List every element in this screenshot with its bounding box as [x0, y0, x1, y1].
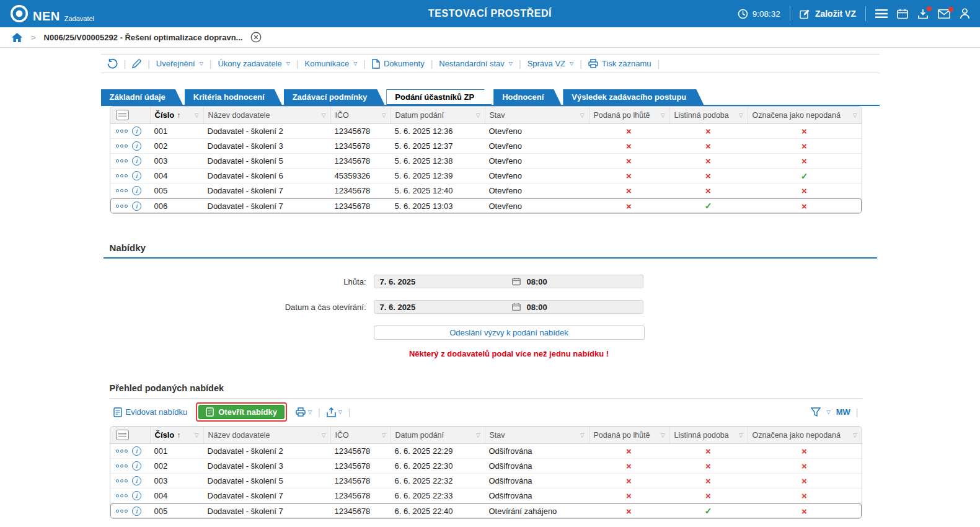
- tab-hodnoceni[interactable]: Hodnocení: [493, 89, 561, 105]
- filter-caret-icon[interactable]: ▽: [382, 112, 386, 118]
- column-header-8[interactable]: Označena jako nepodaná▽: [748, 427, 862, 443]
- column-header-7[interactable]: Listinná podoba▽: [669, 427, 748, 443]
- filter-caret-icon[interactable]: ▽: [476, 432, 480, 438]
- filter-caret-icon[interactable]: ▽: [661, 432, 665, 438]
- filter-icon[interactable]: [811, 407, 821, 417]
- table-row[interactable]: i002Dodavatel - školení 3123456786. 6. 2…: [110, 459, 862, 474]
- column-settings-icon[interactable]: [116, 430, 129, 440]
- row-menu-icon[interactable]: [116, 174, 128, 177]
- column-header-5[interactable]: Stav▽: [485, 107, 589, 123]
- toolbar-item-dokumenty[interactable]: Dokumenty: [372, 59, 425, 69]
- opening-time-value[interactable]: 08:00: [521, 303, 547, 312]
- column-header-4[interactable]: Datum podání▽: [391, 427, 485, 443]
- filter-caret-icon[interactable]: ▽: [580, 112, 585, 118]
- info-icon[interactable]: i: [132, 126, 141, 136]
- toolbar-item-uverejneni[interactable]: Uveřejnění▽: [156, 59, 203, 68]
- filter-caret-icon[interactable]: ▽: [476, 112, 480, 118]
- download-icon[interactable]: [917, 9, 929, 19]
- mail-icon[interactable]: [938, 9, 950, 19]
- filter-caret-icon[interactable]: ▽: [739, 112, 743, 118]
- opening-field[interactable]: 7. 6. 2025 08:00: [374, 300, 643, 314]
- info-icon[interactable]: i: [132, 476, 141, 485]
- table-row[interactable]: i003Dodavatel - školení 5123456786. 6. 2…: [110, 474, 862, 489]
- column-header-7[interactable]: Listinná podoba▽: [669, 107, 748, 123]
- print-table-icon[interactable]: ▽: [296, 407, 312, 417]
- row-menu-icon[interactable]: [116, 494, 128, 497]
- filter-caret-icon[interactable]: ▽: [853, 432, 857, 438]
- column-header-2[interactable]: Název dodavatele▽: [203, 107, 330, 123]
- column-header-4[interactable]: Datum podání▽: [391, 107, 485, 123]
- filter-caret-icon[interactable]: ▽: [739, 432, 743, 438]
- column-header-8[interactable]: Označena jako nepodaná▽: [748, 107, 862, 123]
- register-offer-link[interactable]: Evidovat nabídku: [113, 407, 188, 417]
- close-record-icon[interactable]: [250, 32, 262, 43]
- filter-caret-icon[interactable]: ▽: [580, 432, 585, 438]
- column-header-6[interactable]: Podaná po lhůtě▽: [589, 427, 669, 443]
- info-icon[interactable]: i: [132, 461, 141, 471]
- table-row[interactable]: i003Dodavatel - školení 5123456785. 6. 2…: [110, 154, 862, 169]
- caret-down-icon[interactable]: ▽: [827, 409, 831, 415]
- row-menu-icon[interactable]: [116, 450, 128, 453]
- filter-caret-icon[interactable]: ▽: [195, 432, 199, 438]
- column-header-2[interactable]: Název dodavatele▽: [203, 427, 330, 443]
- row-menu-icon[interactable]: [116, 510, 128, 513]
- send-invitation-button[interactable]: Odeslání výzvy k podání nabídek: [374, 326, 645, 340]
- table-row[interactable]: i001Dodavatel - školení 2123456785. 6. 2…: [110, 124, 862, 139]
- toolbar-item-tisk-zaznamu[interactable]: Tisk záznamu: [588, 59, 651, 68]
- column-header-3[interactable]: IČO▽: [330, 107, 391, 123]
- info-icon[interactable]: i: [132, 156, 141, 166]
- table-row[interactable]: i002Dodavatel - školení 3123456785. 6. 2…: [110, 139, 862, 154]
- deadline-date-value[interactable]: 7. 6. 2025: [374, 277, 512, 286]
- filter-caret-icon[interactable]: ▽: [661, 112, 665, 118]
- deadline-field[interactable]: 7. 6. 2025 08:00: [374, 275, 643, 288]
- opening-date-value[interactable]: 7. 6. 2025: [374, 303, 512, 312]
- table-row[interactable]: i004Dodavatel - školení 7123456786. 6. 2…: [110, 489, 862, 503]
- info-icon[interactable]: i: [132, 446, 141, 456]
- row-menu-icon[interactable]: [116, 189, 128, 192]
- mw-toggle[interactable]: MW: [836, 407, 850, 417]
- column-header-6[interactable]: Podaná po lhůtě▽: [589, 107, 669, 123]
- row-menu-icon[interactable]: [116, 205, 128, 208]
- calendar-icon[interactable]: [897, 9, 908, 19]
- edit-icon[interactable]: [132, 59, 141, 68]
- tab-zakladni-udaje[interactable]: Základní údaje: [101, 89, 183, 105]
- filter-caret-icon[interactable]: ▽: [195, 112, 199, 118]
- row-menu-icon[interactable]: [116, 144, 128, 148]
- info-icon[interactable]: i: [132, 202, 141, 211]
- row-menu-icon[interactable]: [116, 464, 128, 467]
- filter-caret-icon[interactable]: ▽: [853, 112, 857, 118]
- filter-caret-icon[interactable]: ▽: [322, 112, 326, 118]
- deadline-time-value[interactable]: 08:00: [521, 277, 547, 286]
- info-icon[interactable]: i: [132, 186, 141, 195]
- info-icon[interactable]: i: [132, 491, 141, 500]
- history-icon[interactable]: [107, 58, 118, 69]
- table-row[interactable]: i005Dodavatel - školení 7123456785. 6. 2…: [110, 184, 862, 198]
- calendar-icon[interactable]: [512, 277, 521, 286]
- table-row[interactable]: i006Dodavatel - školení 7123456785. 6. 2…: [110, 198, 862, 213]
- nen-logo[interactable]: NEN Zadavatel: [10, 4, 94, 23]
- column-header-3[interactable]: IČO▽: [330, 427, 391, 443]
- open-offers-button[interactable]: Otevřít nabídky: [198, 405, 285, 419]
- column-header-1[interactable]: Číslo↑▽: [150, 107, 203, 123]
- record-breadcrumb-title[interactable]: N006/25/V00005292 - Řešení optimalizace …: [44, 33, 243, 42]
- toolbar-item-nestandardni-stav[interactable]: Nestandardní stav▽: [439, 59, 513, 68]
- export-icon[interactable]: ▽: [327, 407, 342, 417]
- user-icon[interactable]: [960, 8, 970, 19]
- tab-kriteria-hodnoceni[interactable]: Kritéria hodnocení: [185, 89, 282, 105]
- column-header-5[interactable]: Stav▽: [485, 427, 589, 443]
- menu-icon[interactable]: [875, 9, 888, 19]
- column-header-1[interactable]: Číslo↑▽: [150, 427, 203, 443]
- table-row[interactable]: i001Dodavatel - školení 2123456786. 6. 2…: [110, 444, 862, 459]
- toolbar-item-komunikace[interactable]: Komunikace▽: [305, 59, 358, 68]
- info-icon[interactable]: i: [132, 141, 141, 151]
- filter-caret-icon[interactable]: ▽: [382, 432, 386, 438]
- tab-podani-ucastniku-zp[interactable]: Podání účastníků ZP: [386, 89, 492, 105]
- column-settings-icon[interactable]: [116, 110, 129, 120]
- filter-caret-icon[interactable]: ▽: [322, 432, 326, 438]
- row-menu-icon[interactable]: [116, 479, 128, 482]
- row-menu-icon[interactable]: [116, 130, 128, 133]
- info-icon[interactable]: i: [132, 507, 141, 516]
- row-menu-icon[interactable]: [116, 159, 128, 162]
- toolbar-item-ukony-zadavatele[interactable]: Úkony zadavatele▽: [218, 59, 290, 68]
- info-icon[interactable]: i: [132, 171, 141, 180]
